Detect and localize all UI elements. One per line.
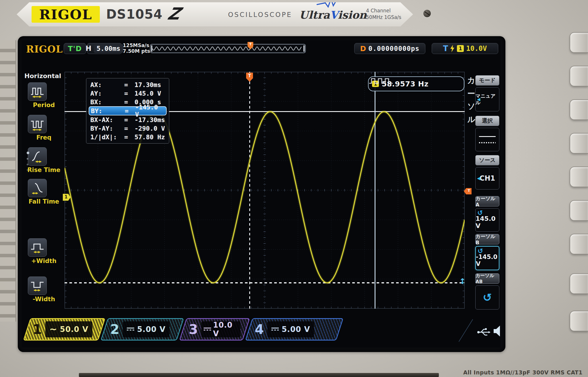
acquisition-info: 125MSa/s 7.50M pts — [123, 42, 150, 54]
menu-value-cursor-ab[interactable]: ↺ — [475, 285, 499, 310]
oscilloscope-front-panel: All Inputs 1MΩ//13pF 300V RMS CAT1 RIGOL… — [0, 0, 588, 377]
channel-chip-1[interactable]: 1 ~ 50.0 V — [23, 318, 105, 341]
menu-header-cursor-b[interactable]: カーソルB — [475, 234, 499, 244]
channel-number: 3 — [189, 323, 198, 336]
trigger-delay-box[interactable]: D 0.00000000ps — [354, 43, 425, 54]
menu-header-cursor-a[interactable]: カーソルA — [475, 196, 499, 206]
measure-label: -Width — [24, 296, 64, 303]
arrow-left-icon: ◀ — [477, 97, 480, 102]
measure-label: Rise Time — [24, 167, 64, 173]
cursor-row: AY:=145.0 V — [89, 89, 167, 98]
channel-chip-4[interactable]: 4 5.00 V — [245, 318, 343, 341]
type-label: OSCILLOSCOPE — [228, 11, 292, 18]
trigger-status: T'D — [68, 45, 82, 53]
page-indicator-dot — [27, 169, 28, 171]
trigger-status-box: T'D — [64, 43, 86, 54]
side-button-9[interactable] — [570, 311, 588, 331]
fall-time-icon — [30, 181, 45, 195]
menu-section[interactable]: カーソルA ↺ 145.0 V — [475, 196, 499, 232]
menu-header-cursor-ab[interactable]: カーソルAB — [475, 273, 499, 284]
page-indicator-dot — [27, 164, 28, 165]
menu-section[interactable]: モード ◀ マニュアル — [475, 75, 499, 111]
timebase-box[interactable]: H 5.00ms — [87, 43, 122, 54]
measure-label: Fall Time — [24, 198, 64, 205]
menu-section[interactable]: 選択 — [475, 116, 499, 151]
cursor-row: BY:=-145.0 V — [89, 106, 167, 115]
graticule: T 1 T ↕ AX:=17.30ms AY:=145.0 V BX:=0.00… — [65, 72, 465, 309]
memory-position-bar[interactable]: T — [150, 44, 306, 53]
banner-specs: 4 Channel 50MHz 1GSa/s — [366, 7, 401, 21]
case-shadow — [79, 373, 439, 377]
dc-coupling-icon — [271, 328, 279, 331]
cursor-readout-box: AX:=17.30ms AY:=145.0 V BX:=0.000 s BY:=… — [86, 78, 169, 144]
side-button-3[interactable] — [570, 99, 588, 120]
side-button-6[interactable] — [570, 200, 588, 221]
rise-time-icon — [30, 150, 45, 163]
trigger-level-value: 10.0V — [466, 45, 487, 53]
trigger-level-marker-icon[interactable]: T — [464, 188, 472, 194]
measure-button-freq[interactable]: Freq — [28, 115, 47, 133]
menu-header-mode[interactable]: モード — [475, 75, 499, 86]
channel-number: 4 — [255, 323, 264, 336]
menu-section[interactable]: カーソルB ↺ -145.0 V — [475, 234, 499, 270]
dc-coupling-icon — [127, 328, 134, 331]
measure-label: Period — [24, 102, 64, 109]
menu-value-cursor-b[interactable]: ↺ -145.0 V — [475, 246, 499, 270]
period-icon — [30, 85, 45, 98]
cursor-b-range-icon: ↕ — [459, 277, 466, 286]
trigger-settings-box[interactable]: T 1 10.0V — [432, 43, 498, 54]
side-button-7[interactable] — [570, 234, 588, 254]
speaker-icon — [493, 324, 501, 338]
menu-section[interactable]: カーソルAB ↺ — [475, 273, 499, 310]
brand-logo: RIGOL — [32, 6, 100, 23]
menu-header-source[interactable]: ソース — [475, 155, 499, 165]
measure-button-period[interactable]: Period — [28, 82, 47, 101]
sample-rate: 125MSa/s — [123, 42, 150, 48]
channel-scale: 5.00 V — [282, 325, 310, 334]
memory-depth: 7.50M pts — [123, 48, 150, 54]
bezel-screw — [423, 10, 431, 17]
freq-icon — [30, 117, 45, 131]
cursor-row: BY-AY:=-290.0 V — [89, 124, 167, 133]
rotate-knob-icon: ↺ — [483, 291, 492, 304]
menu-tab-char: ル — [466, 114, 476, 125]
pos-width-icon — [30, 241, 45, 254]
measure-button-neg-width[interactable]: -Width — [28, 277, 47, 295]
model-number: DS1054 — [106, 7, 163, 22]
edge-trigger-icon — [450, 45, 455, 52]
menu-value-line-style[interactable] — [475, 128, 499, 151]
membar-right-cap — [303, 45, 305, 52]
frequency-counter: 1 58.9573 Hz — [368, 76, 464, 91]
measure-button-fall-time[interactable]: Fall Time — [28, 179, 47, 197]
side-button-1[interactable] — [570, 32, 588, 53]
channel-scale: 5.00 V — [137, 325, 166, 334]
channel-scale: 50.0 V — [60, 325, 88, 334]
measure-button-rise-time[interactable]: Rise Time — [28, 147, 47, 166]
cursor-row: BX-AX:=-17.30ms — [89, 115, 167, 124]
channel-value-box: 10.0 V — [201, 321, 240, 337]
menu-value-cursor-a[interactable]: ↺ 145.0 V — [475, 208, 499, 232]
page-indicator-dot — [27, 152, 29, 154]
menu-section[interactable]: ソース ◀ CH1 — [475, 155, 499, 190]
memory-waveform-icon — [152, 45, 303, 52]
arrow-left-icon: ◀ — [477, 176, 480, 181]
channel-chip-3[interactable]: 3 10.0 V — [179, 318, 250, 341]
left-menu-title: Horizontal — [24, 72, 61, 80]
menu-header-select[interactable]: 選択 — [475, 116, 499, 126]
menu-tab-char: カ — [466, 75, 476, 86]
side-button-8[interactable] — [570, 273, 588, 294]
input-rating-note: All Inputs 1MΩ//13pF 300V RMS CAT1 — [463, 369, 587, 376]
side-button-5[interactable] — [570, 167, 588, 187]
side-button-4[interactable] — [570, 133, 588, 154]
rotate-knob-icon: ↺ — [477, 209, 483, 216]
channel-value-box: 5.00 V — [267, 321, 314, 337]
channel-chip-2[interactable]: 2 5.00 V — [100, 318, 184, 341]
brand-text: RIGOL — [39, 7, 92, 22]
menu-value-source[interactable]: ◀ CH1 — [475, 167, 499, 190]
measure-button-pos-width[interactable]: +Width — [28, 238, 47, 257]
model-banner: RIGOL DS1054 Z OSCILLOSCOPE UltraVision … — [17, 2, 413, 26]
menu-value-mode[interactable]: ◀ マニュアル — [475, 87, 499, 111]
trigger-source-label: T — [443, 44, 448, 53]
channel-number: 2 — [110, 323, 119, 336]
side-button-2[interactable] — [570, 66, 588, 86]
